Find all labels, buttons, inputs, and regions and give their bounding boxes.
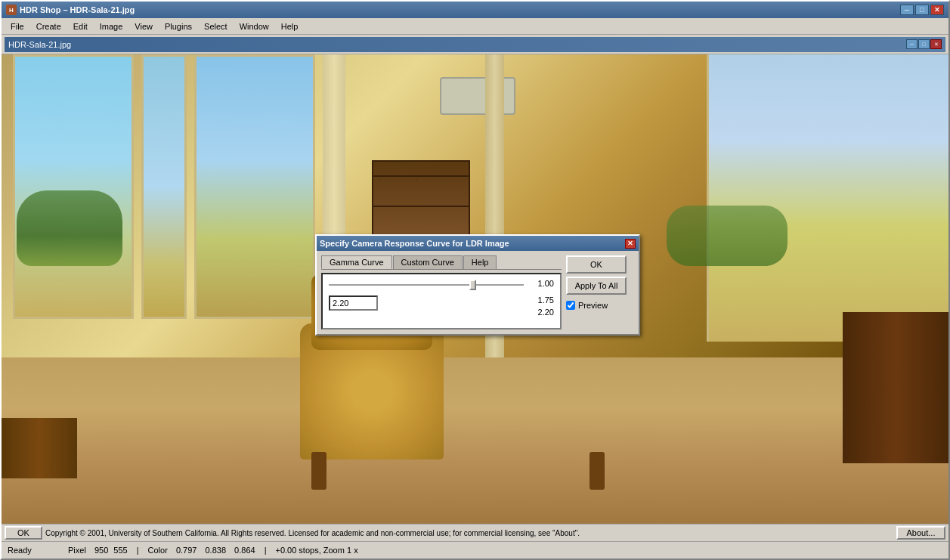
tab-custom-curve[interactable]: Custom Curve (393, 255, 463, 269)
menu-file[interactable]: File (5, 20, 30, 32)
dialog-title-bar: Specify Camera Response Curve for LDR Im… (317, 236, 639, 251)
zoom-info: +0.00 stops, Zoom 1 x (275, 546, 357, 555)
ready-label: Ready (8, 546, 68, 555)
color-b: 0.864 (234, 546, 255, 555)
menu-view[interactable]: View (128, 20, 159, 32)
preview-label: Preview (578, 301, 608, 310)
slider-value-2: 1.75 (538, 295, 554, 305)
app-title: HDR Shop – HDR-Sala-21.jpg (20, 5, 135, 14)
pixel-y: 555 (113, 546, 127, 555)
dialog-close-button[interactable]: ✕ (625, 239, 636, 249)
tab-gamma-curve[interactable]: Gamma Curve (321, 255, 392, 269)
minimize-button[interactable]: ─ (900, 5, 914, 15)
maximize-button[interactable]: □ (915, 5, 929, 15)
color-label: Color (148, 546, 168, 555)
app-window: H HDR Shop – HDR-Sala-21.jpg ─ □ ✕ File … (0, 0, 950, 560)
gamma-curve-content: 1.00 1.75 2.20 (321, 273, 562, 330)
menu-image[interactable]: Image (94, 20, 129, 32)
pixel-label: Pixel (68, 546, 86, 555)
inner-window-title: HDR-Sala-21.jpg (8, 40, 71, 49)
title-bar: H HDR Shop – HDR-Sala-21.jpg ─ □ ✕ (2, 2, 948, 18)
menu-plugins[interactable]: Plugins (159, 20, 198, 32)
menu-create[interactable]: Create (30, 20, 67, 32)
menu-edit[interactable]: Edit (67, 20, 94, 32)
inner-maximize-button[interactable]: □ (918, 39, 930, 49)
dialog: Specify Camera Response Curve for LDR Im… (315, 234, 640, 336)
status-ok-button[interactable]: OK (5, 526, 42, 540)
preview-checkbox-row: Preview (566, 301, 634, 310)
inner-window-titlebar: HDR-Sala-21.jpg ─ □ ✕ (2, 35, 948, 54)
menu-window[interactable]: Window (234, 20, 275, 32)
tab-bar: Gamma Curve Custom Curve Help (321, 255, 562, 270)
tab-help[interactable]: Help (463, 255, 497, 269)
copyright-text: Copyright © 2001, University of Southern… (45, 529, 893, 537)
pixel-x: 950 (94, 546, 108, 555)
inner-minimize-button[interactable]: ─ (906, 39, 918, 49)
color-r: 0.797 (176, 546, 197, 555)
gamma-slider[interactable] (329, 279, 524, 291)
chair-left-leg (311, 452, 326, 490)
chair-right-leg (589, 452, 605, 490)
menu-help[interactable]: Help (275, 20, 305, 32)
close-button[interactable]: ✕ (930, 5, 944, 15)
dialog-title: Specify Camera Response Curve for LDR Im… (320, 239, 509, 248)
preview-checkbox[interactable] (566, 301, 575, 310)
slider-value-3: 2.20 (538, 308, 554, 317)
slider-value-1: 1.00 (525, 279, 554, 288)
color-g: 0.838 (206, 546, 227, 555)
gamma-input[interactable] (329, 295, 378, 311)
ok-button[interactable]: OK (566, 255, 627, 274)
status-bar: OK Copyright © 2001, University of South… (2, 524, 948, 558)
menu-select[interactable]: Select (198, 20, 234, 32)
floor (2, 357, 948, 524)
about-button[interactable]: About... (896, 526, 945, 540)
app-icon: H (6, 5, 17, 15)
menu-bar: File Create Edit Image View Plugins Sele… (2, 18, 948, 35)
apply-to-all-button[interactable]: Apply To All (566, 277, 627, 295)
inner-close-button[interactable]: ✕ (930, 39, 942, 49)
